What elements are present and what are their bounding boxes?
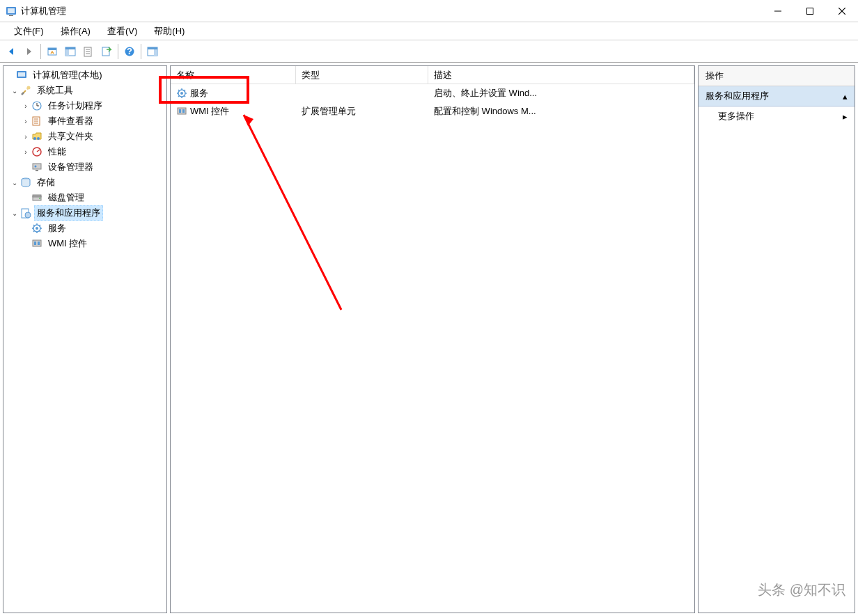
clock-icon	[31, 100, 42, 111]
tree-label: 任务计划程序	[45, 98, 105, 113]
expand-icon[interactable]: ›	[20, 133, 31, 141]
watermark-text: 头条 @知不识	[758, 581, 845, 599]
tree-shared-folders[interactable]: › 共享文件夹	[3, 129, 166, 144]
event-viewer-icon	[31, 116, 42, 127]
cell-desc: 配置和控制 Windows M...	[434, 105, 536, 118]
actions-header: 操作	[699, 66, 855, 86]
collapse-up-icon: ▴	[843, 91, 848, 102]
collapse-icon[interactable]: ⌄	[9, 210, 20, 217]
svg-rect-1	[8, 8, 15, 13]
svg-point-46	[36, 227, 38, 230]
collapse-icon[interactable]: ⌄	[9, 87, 20, 95]
content-list: 名称 类型 描述 服务 启动、终止并设置 Wind... WMI 控件 扩展管理…	[170, 65, 695, 613]
svg-rect-37	[36, 170, 38, 171]
actions-pane: 操作 服务和应用程序 ▴ 更多操作 ▸	[698, 65, 855, 613]
tree-label: 计算机管理(本地)	[30, 68, 105, 83]
properties-button[interactable]	[80, 43, 97, 60]
export-list-button[interactable]	[98, 43, 115, 60]
collapse-icon[interactable]: ⌄	[9, 179, 20, 187]
show-hide-action-pane-button[interactable]	[144, 43, 161, 60]
tree-performance[interactable]: › 性能	[3, 144, 166, 159]
close-button[interactable]	[826, 0, 858, 22]
tree-label: 性能	[45, 144, 69, 159]
menu-help[interactable]: 帮助(H)	[146, 23, 193, 40]
annotation-arrow	[237, 108, 348, 317]
performance-icon	[31, 146, 42, 157]
menu-bar: 文件(F) 操作(A) 查看(V) 帮助(H)	[0, 22, 858, 40]
expand-icon[interactable]: ›	[20, 118, 31, 125]
svg-point-33	[37, 137, 40, 140]
up-button[interactable]	[44, 43, 61, 60]
forward-button[interactable]	[21, 43, 38, 60]
svg-rect-2	[9, 15, 13, 16]
tree-device-manager[interactable]: 设备管理器	[3, 159, 166, 175]
svg-rect-21	[148, 47, 157, 49]
svg-point-42	[39, 198, 40, 199]
list-row-wmi[interactable]: WMI 控件 扩展管理单元 配置和控制 Windows M...	[171, 102, 694, 120]
tree-task-scheduler[interactable]: › 任务计划程序	[3, 98, 166, 113]
computer-management-icon	[16, 70, 27, 81]
show-hide-tree-button[interactable]	[62, 43, 79, 60]
list-row-services[interactable]: 服务 启动、终止并设置 Wind...	[171, 84, 694, 102]
chevron-right-icon: ▸	[843, 111, 848, 122]
toolbar-separator	[40, 44, 41, 59]
svg-line-55	[244, 115, 341, 310]
tree-system-tools[interactable]: ⌄ 系统工具	[3, 83, 166, 98]
cell-type: 扩展管理单元	[302, 105, 356, 118]
actions-more-label: 更多操作	[718, 110, 754, 123]
svg-text:?: ?	[127, 46, 132, 56]
tree-label: 共享文件夹	[45, 129, 96, 144]
column-type[interactable]: 类型	[296, 66, 428, 84]
disk-icon	[31, 192, 42, 203]
menu-file[interactable]: 文件(F)	[6, 23, 52, 40]
cell-desc: 启动、终止并设置 Wind...	[434, 87, 537, 100]
tree-wmi[interactable]: WMI 控件	[3, 236, 166, 251]
wmi-icon	[176, 106, 187, 117]
help-button[interactable]: ?	[121, 43, 138, 60]
tree-label: 服务和应用程序	[34, 205, 103, 221]
svg-rect-8	[48, 48, 56, 50]
svg-rect-47	[33, 240, 41, 246]
expand-icon[interactable]: ›	[20, 148, 31, 156]
actions-more[interactable]: 更多操作 ▸	[699, 106, 855, 126]
tree-label: 服务	[45, 221, 69, 236]
svg-rect-48	[34, 242, 36, 245]
tree-services-apps[interactable]: ⌄ 服务和应用程序	[3, 205, 166, 221]
toolbar-separator	[141, 44, 141, 59]
back-button[interactable]	[3, 43, 20, 60]
tree-label: WMI 控件	[45, 236, 90, 251]
svg-rect-16	[102, 47, 109, 56]
minimize-button[interactable]	[762, 0, 794, 22]
menu-view[interactable]: 查看(V)	[99, 23, 146, 40]
svg-rect-52	[178, 108, 186, 114]
cell-name: WMI 控件	[190, 105, 229, 118]
services-icon	[176, 88, 187, 99]
svg-point-44	[25, 212, 31, 218]
tree-event-viewer[interactable]: › 事件查看器	[3, 113, 166, 129]
svg-point-38	[35, 166, 37, 168]
tree-services[interactable]: 服务	[3, 221, 166, 236]
tree-disk-management[interactable]: 磁盘管理	[3, 190, 166, 205]
expand-icon[interactable]: ›	[20, 102, 31, 110]
toolbar-separator	[118, 44, 118, 59]
tree-label: 事件查看器	[45, 113, 96, 129]
actions-section[interactable]: 服务和应用程序 ▴	[699, 86, 855, 106]
services-icon	[31, 223, 42, 234]
services-apps-icon	[20, 207, 31, 219]
tree-root[interactable]: 计算机管理(本地)	[3, 68, 166, 83]
tree-label: 磁盘管理	[45, 190, 87, 205]
navigation-tree[interactable]: 计算机管理(本地) ⌄ 系统工具 › 任务计划程序 › 事件查看器 › 共享文件…	[3, 65, 167, 613]
svg-rect-11	[65, 47, 75, 49]
tree-storage[interactable]: ⌄ 存储	[3, 175, 166, 190]
maximize-button[interactable]	[794, 0, 826, 22]
tree-label: 设备管理器	[45, 159, 96, 175]
column-name[interactable]: 名称	[171, 66, 296, 84]
menu-action[interactable]: 操作(A)	[52, 23, 99, 40]
svg-rect-4	[807, 8, 813, 14]
svg-rect-53	[179, 109, 181, 113]
column-desc[interactable]: 描述	[428, 66, 694, 84]
svg-point-32	[33, 137, 36, 140]
shared-folder-icon	[31, 131, 42, 142]
svg-point-24	[27, 86, 31, 90]
svg-rect-54	[182, 109, 185, 113]
